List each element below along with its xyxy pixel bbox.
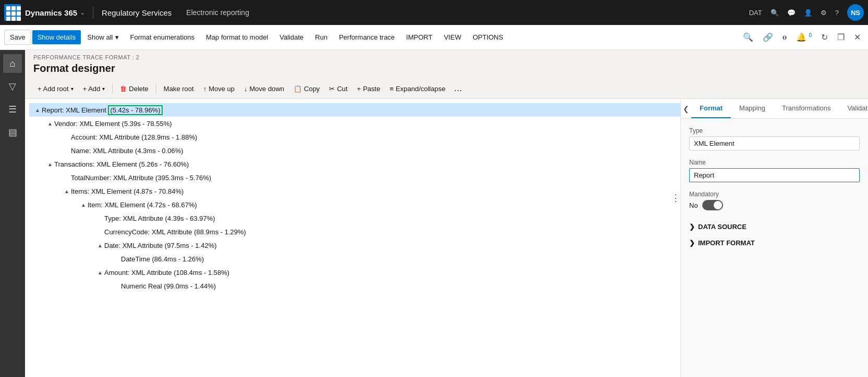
tree-item[interactable]: Numeric Real (99.0ms - 1.44%): [29, 279, 680, 293]
sidebar-home-icon[interactable]: ⌂: [3, 54, 22, 73]
name-label: Name: [689, 159, 860, 166]
sub-module: Electronic reporting: [186, 8, 249, 17]
tree-toggle-icon[interactable]: ▲: [79, 200, 88, 209]
tree-toggle-icon[interactable]: ▲: [33, 106, 42, 114]
sidebar-chart-icon[interactable]: ▤: [3, 123, 22, 142]
tab-mapping[interactable]: Mapping: [731, 99, 774, 118]
mandatory-row: No: [689, 200, 860, 210]
refresh-icon[interactable]: ↻: [818, 30, 831, 44]
validate-button[interactable]: Validate: [274, 30, 309, 44]
add-chevron-icon: ▾: [102, 86, 105, 92]
copy-icon: 📋: [294, 85, 302, 93]
mandatory-field-group: Mandatory No: [689, 191, 860, 210]
main-area: PERFORMANCE TRACE FORMAT : 2 Format desi…: [25, 50, 868, 377]
data-source-arrow-icon: ❯: [689, 223, 695, 231]
search-ribbon-icon[interactable]: 🔍: [740, 30, 756, 44]
tree-item[interactable]: ▲ Vendor: XML Element (5.39s - 78.55%): [29, 117, 680, 130]
tree-item[interactable]: TotalNumber: XML Attribute (395.3ms - 5.…: [29, 171, 680, 184]
show-all-button[interactable]: Show all ▾: [82, 30, 124, 44]
panel-resize-handle[interactable]: ⋮: [671, 192, 680, 204]
show-details-button[interactable]: Show details: [32, 30, 81, 44]
add-root-button[interactable]: + Add root ▾: [33, 82, 78, 95]
breadcrumb: PERFORMANCE TRACE FORMAT : 2: [25, 50, 868, 60]
search-icon[interactable]: 🔍: [771, 9, 779, 17]
type-value: XML Element: [689, 136, 860, 150]
make-root-button[interactable]: Make root: [160, 82, 198, 95]
user-icon[interactable]: 👤: [804, 9, 812, 17]
sidebar-filter-icon[interactable]: ▽: [3, 77, 22, 96]
tree-item[interactable]: ▲ Items: XML Element (4.87s - 70.84%): [29, 184, 680, 198]
type-field-group: Type XML Element: [689, 127, 860, 150]
more-options-button[interactable]: …: [450, 82, 465, 95]
message-icon[interactable]: 💬: [787, 9, 796, 17]
import-button[interactable]: IMPORT: [401, 30, 437, 44]
app-grid-button[interactable]: [4, 4, 21, 21]
tree-toggle-icon: [96, 228, 104, 236]
tree-item[interactable]: CurrencyCode: XML Attribute (88.9ms - 1.…: [29, 225, 680, 238]
tree-item[interactable]: ▲ Item: XML Element (4.72s - 68.67%): [29, 198, 680, 211]
run-button[interactable]: Run: [310, 30, 333, 44]
right-panel-back-chevron[interactable]: ❮: [681, 100, 691, 117]
paste-button[interactable]: + Paste: [353, 82, 385, 95]
tree-toggle-icon: [63, 173, 71, 182]
avatar[interactable]: NS: [847, 4, 864, 21]
tree-item[interactable]: ▲ Date: XML Attribute (97.5ms - 1.42%): [29, 238, 680, 252]
add-root-chevron-icon: ▾: [71, 86, 74, 92]
tab-transformations[interactable]: Transformations: [774, 99, 839, 118]
save-button[interactable]: Save: [4, 30, 31, 45]
right-panel: ❮ Format Mapping Transformations Validat…: [680, 99, 868, 377]
data-source-section[interactable]: ❯ DATA SOURCE: [689, 219, 860, 235]
restore-icon[interactable]: ❐: [834, 30, 848, 44]
top-bar-right: DAT 🔍 💬 👤 ⚙ ? NS: [749, 4, 864, 21]
close-icon[interactable]: ✕: [851, 30, 864, 44]
tab-format[interactable]: Format: [691, 99, 731, 118]
settings-icon[interactable]: ⚙: [821, 9, 827, 17]
mandatory-toggle[interactable]: [702, 200, 723, 210]
tree-item[interactable]: ▲ Report: XML Element (5.42s - 78.96%): [29, 103, 680, 117]
copy-button[interactable]: 📋 Copy: [289, 82, 324, 95]
move-up-button[interactable]: ↑ Move up: [199, 82, 239, 95]
right-panel-body: Type XML Element Name Mandatory No: [681, 119, 868, 377]
tree-toggle-icon[interactable]: ▲: [46, 119, 54, 128]
tree-item[interactable]: Account: XML Attribute (128.9ms - 1.88%): [29, 130, 680, 144]
tree-item[interactable]: ▲ Amount: XML Attribute (108.4ms - 1.58%…: [29, 266, 680, 279]
view-button[interactable]: VIEW: [438, 30, 466, 44]
import-format-section[interactable]: ❯ IMPORT FORMAT: [689, 235, 860, 251]
tree-panel: ⋮ ▲ Report: XML Element (5.42s - 78.96%)…: [25, 99, 680, 377]
move-down-button[interactable]: ↓ Move down: [240, 82, 288, 95]
map-format-button[interactable]: Map format to model: [201, 30, 273, 44]
delete-button[interactable]: 🗑 Delete: [116, 82, 153, 95]
help-icon[interactable]: ?: [835, 9, 839, 17]
tab-validations[interactable]: Validations: [839, 99, 868, 118]
tree-toggle-icon[interactable]: ▲: [96, 268, 104, 277]
link-icon[interactable]: 🔗: [760, 30, 776, 44]
add-button[interactable]: + Add ▾: [79, 82, 109, 95]
name-input[interactable]: [689, 168, 860, 182]
move-down-icon: ↓: [244, 85, 248, 93]
layout: ⌂ ▽ ☰ ▤ PERFORMANCE TRACE FORMAT : 2 For…: [0, 50, 868, 377]
format-enumerations-button[interactable]: Format enumerations: [125, 30, 200, 44]
toolbar-separator-2: [156, 83, 156, 94]
tree-toggle-icon[interactable]: ▲: [46, 160, 54, 168]
tree-toggle-icon[interactable]: ▲: [63, 187, 71, 195]
expand-collapse-button[interactable]: ≡ Expand/collapse: [385, 82, 449, 95]
tree-item[interactable]: ▲ Transactions: XML Element (5.26s - 76.…: [29, 157, 680, 171]
top-divider: [93, 6, 93, 19]
env-label: DAT: [749, 9, 762, 17]
tree-item[interactable]: Type: XML Attribute (4.39s - 63.97%): [29, 211, 680, 225]
tree-toggle-icon[interactable]: ▲: [96, 241, 104, 249]
sidebar-list-icon[interactable]: ☰: [3, 100, 22, 119]
performance-trace-button[interactable]: Performance trace: [334, 30, 400, 44]
tree-item[interactable]: Name: XML Attribute (4.3ms - 0.06%): [29, 144, 680, 157]
options-button[interactable]: OPTIONS: [468, 30, 509, 44]
right-panel-tabs: ❮ Format Mapping Transformations Validat…: [681, 99, 868, 119]
app-name[interactable]: Dynamics 365 ⌄: [25, 8, 84, 17]
toggle-knob: [714, 201, 722, 209]
office-icon[interactable]: 𝐨: [779, 30, 790, 44]
name-field-group: Name: [689, 159, 860, 182]
ribbon: Save Show details Show all ▾ Format enum…: [0, 25, 868, 50]
type-label: Type: [689, 127, 860, 134]
tree-item[interactable]: DateTime (86.4ms - 1.26%): [29, 252, 680, 266]
notifications-icon[interactable]: 🔔 0: [793, 30, 815, 44]
cut-button[interactable]: ✂ Cut: [325, 82, 351, 95]
